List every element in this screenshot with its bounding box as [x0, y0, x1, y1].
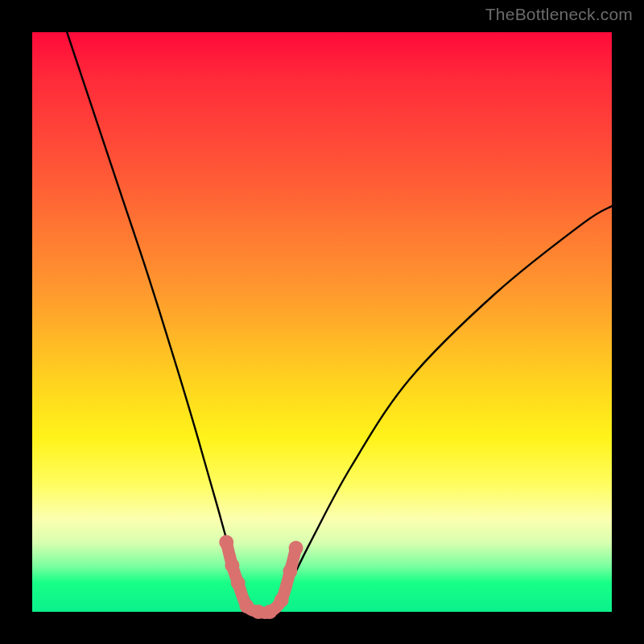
highlight-dot	[225, 558, 239, 572]
highlight-dot	[231, 576, 246, 590]
bottleneck-curve	[67, 32, 612, 613]
plot-area	[32, 32, 612, 612]
highlight-dot	[262, 605, 277, 619]
highlight-dot	[289, 541, 303, 555]
watermark-label: TheBottleneck.com	[485, 5, 633, 24]
highlight-dot	[283, 564, 297, 579]
highlight-dot	[275, 593, 289, 608]
chart-frame: TheBottleneck.com	[0, 0, 644, 644]
curve-layer	[32, 32, 612, 612]
highlight-dot	[219, 535, 233, 550]
